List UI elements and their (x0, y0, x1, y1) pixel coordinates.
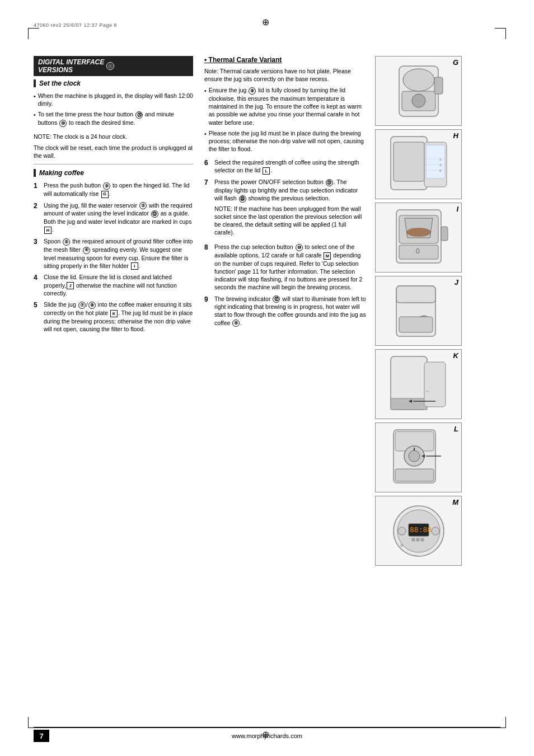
clock-note1: NOTE: The clock is a 24 hour clock. (34, 133, 193, 140)
clock-bullet-2-text: To set the time press the hour button ⑳ … (38, 110, 193, 126)
ref-i: I (131, 262, 138, 270)
step-9-text: The brewing indicator ⑫ will start to il… (214, 295, 367, 327)
ref-g: G (101, 191, 109, 198)
step-2: 2 Using the jug, fill the water reservoi… (34, 201, 193, 234)
step-1: 1 Press the push button ⑨ to open the hi… (34, 181, 193, 198)
step-6: 6 Select the required strength of coffee… (204, 158, 367, 175)
thermal-note: Note: Thermal carafe versions have no ho… (204, 67, 367, 83)
bullet-dot-2: • (34, 111, 36, 126)
ref-h: H (44, 227, 51, 234)
right-column: G H (375, 56, 467, 569)
step-5: 5 Slide the jug ⑦/⑧ into the coffee make… (34, 300, 193, 333)
step-7-text: Press the power ON/OFF selection button … (214, 179, 358, 201)
img-j-label: J (455, 278, 458, 287)
svg-text:3: 3 (400, 543, 403, 548)
mid-column: • Thermal Carafe Variant Note: Thermal c… (202, 56, 375, 569)
header-text: 47060 rev2 25/6/07 12:37 Page 8 (34, 22, 117, 28)
svg-text:0: 0 (416, 247, 420, 255)
ref-flash: ㉝ (239, 195, 246, 203)
step-8-num: 8 (204, 243, 211, 291)
svg-rect-8 (426, 145, 445, 179)
image-m: M 88:88 3 (375, 496, 462, 566)
set-clock-header: Set the clock (34, 79, 193, 87)
thermal-section: • Thermal Carafe Variant Note: Thermal c… (204, 56, 367, 153)
step-3-text: Spoon ⑤ the required amount of ground fi… (44, 237, 193, 270)
svg-rect-22 (396, 286, 435, 303)
step-3: 3 Spoon ⑤ the required amount of ground … (34, 237, 193, 270)
image-h: H 2 4 6 (375, 129, 462, 199)
step-7-content: Press the power ON/OFF selection button … (214, 178, 367, 240)
image-g: G (375, 56, 462, 126)
clock-bullet-1-text: When the machine is plugged in, the disp… (38, 92, 193, 107)
step-7: 7 Press the power ON/OFF selection butto… (204, 178, 367, 240)
bullet-dot-1: • (34, 92, 36, 107)
header-area: 47060 rev2 25/6/07 12:37 Page 8 (0, 0, 534, 50)
svg-point-34 (409, 450, 420, 462)
svg-point-1 (403, 69, 434, 91)
ref-onoff: ⑳ (326, 179, 333, 186)
ref-level-ind: ⑬ (151, 210, 158, 218)
step-5-num: 5 (34, 300, 40, 333)
svg-text:←: ← (425, 389, 430, 394)
step-8-text: Press the cup selection button ⑩ to sele… (214, 243, 367, 291)
svg-rect-6 (394, 142, 424, 181)
step-1-num: 1 (34, 181, 40, 198)
ref-k: K (110, 310, 118, 317)
thermal-bullets: • Ensure the jug ⑧ lid is fully closed b… (204, 86, 367, 153)
image-l: L (375, 422, 462, 492)
clock-bullet-list: • When the machine is plugged in, the di… (34, 92, 193, 127)
img-g-svg (385, 60, 452, 122)
step-7-note: NOTE: If the machine has been unplugged … (214, 205, 367, 237)
digital-interface-header: DIGITAL INTERFACEVERSIONS ⓪ (34, 56, 193, 76)
svg-point-44 (432, 527, 439, 535)
ref-min-btn: ⑩ (59, 120, 67, 127)
clock-note2: The clock will be reset, each time the p… (34, 144, 193, 159)
svg-rect-26 (391, 398, 427, 410)
thermal-bullet-1: • Ensure the jug ⑧ lid is fully closed b… (204, 86, 367, 126)
ref-l: L (263, 167, 270, 175)
step-9: 9 The brewing indicator ⑫ will start to … (204, 295, 367, 327)
img-h-label: H (453, 132, 458, 140)
img-k-svg: ← (385, 354, 452, 415)
thermal-dot-2: • (204, 130, 207, 153)
ref-7: ⑦ (78, 302, 86, 309)
svg-rect-48 (421, 538, 424, 541)
thermal-bullet-1-text: Ensure the jug ⑧ lid is fully closed by … (209, 86, 367, 126)
svg-point-17 (406, 228, 431, 237)
svg-point-43 (398, 527, 406, 535)
step-4-text: Close the lid. Ensure the lid is closed … (44, 273, 193, 297)
step-3-num: 3 (34, 237, 40, 270)
clock-bullet-2: • To set the time press the hour button … (34, 110, 193, 126)
mid-steps: 6 Select the required strength of coffee… (204, 158, 367, 327)
img-g-label: G (453, 58, 458, 67)
ref-spoon: ⑤ (63, 238, 70, 246)
ref-j: J (67, 282, 74, 289)
clock-bullet-1: • When the machine is plugged in, the di… (34, 92, 193, 107)
step-9-num: 9 (204, 295, 211, 327)
svg-point-3 (412, 94, 425, 107)
page-container: 47060 rev2 25/6/07 12:37 Page 8 DIGITAL … (0, 0, 534, 756)
step-6-num: 6 (204, 158, 211, 175)
svg-rect-19 (441, 227, 448, 241)
image-j: J "CLICK" (375, 276, 462, 346)
step-8: 8 Press the cup selection button ⑩ to se… (204, 243, 367, 291)
img-l-svg (385, 427, 452, 489)
svg-rect-27 (424, 362, 446, 407)
image-k: K ← (375, 349, 462, 419)
svg-rect-36 (395, 469, 434, 481)
img-h-svg: 2 4 6 (385, 134, 452, 195)
step-7-num: 7 (204, 178, 211, 240)
thermal-dot-1: • (204, 87, 207, 126)
img-l-label: L (454, 425, 458, 433)
step-2-text: Using the jug, fill the water reservoir … (44, 201, 193, 234)
ref-8: ⑧ (88, 302, 96, 309)
divider1 (34, 164, 193, 165)
step-4: 4 Close the lid. Ensure the lid is close… (34, 273, 193, 297)
ref-hour-btn: ⑳ (135, 111, 143, 119)
step-6-text: Select the required strength of coffee u… (214, 158, 367, 175)
thermal-bullet-2-text: Please note the jug lid must be in place… (209, 129, 367, 153)
page-number: 7 (34, 730, 49, 742)
main-content: DIGITAL INTERFACEVERSIONS ⓪ Set the cloc… (0, 50, 534, 580)
svg-rect-46 (412, 538, 415, 541)
left-column: DIGITAL INTERFACEVERSIONS ⓪ Set the cloc… (34, 56, 202, 569)
